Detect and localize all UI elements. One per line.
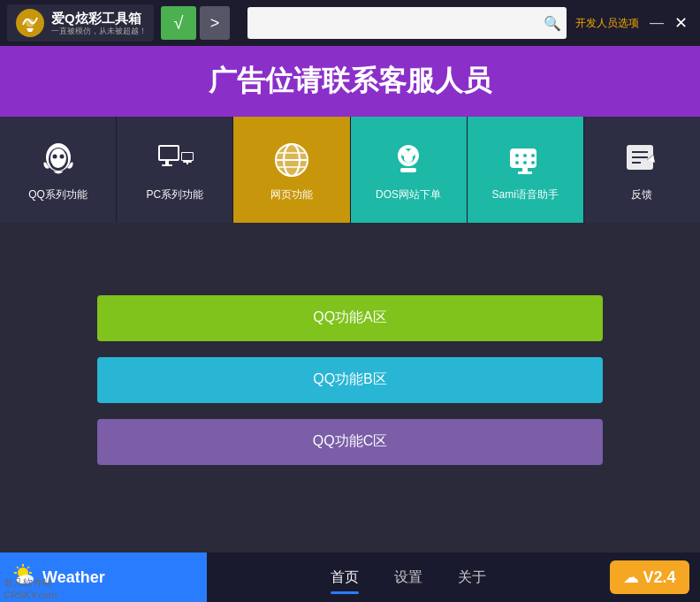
svg-rect-9 <box>165 161 169 164</box>
category-qq[interactable]: QQ系列功能 <box>0 117 117 223</box>
check-button[interactable]: √ <box>161 6 196 40</box>
function-btn-b[interactable]: QQ功能B区 <box>97 357 603 403</box>
version-text: V2.4 <box>643 568 675 587</box>
dev-options-link[interactable]: 开发人员选项 <box>575 16 639 31</box>
svg-point-4 <box>50 149 66 168</box>
arrow-button[interactable]: > <box>200 6 230 40</box>
function-btn-a[interactable]: QQ功能A区 <box>97 295 603 341</box>
category-pc[interactable]: PC系列功能 <box>117 117 233 223</box>
svg-point-6 <box>59 154 64 158</box>
search-icon-button[interactable]: 🔍 <box>544 15 561 32</box>
close-button[interactable]: ✕ <box>669 15 693 31</box>
svg-point-1 <box>26 19 34 27</box>
qq-icon <box>36 138 80 182</box>
sami-icon <box>503 138 547 182</box>
search-wrapper: 🔍 <box>239 7 567 39</box>
nav-tabs: 首页 设置 关于 <box>207 565 610 591</box>
category-web[interactable]: 网页功能 <box>233 117 350 223</box>
ad-text: 广告位请联系客服人员 <box>209 62 491 101</box>
tab-home[interactable]: 首页 <box>331 565 359 591</box>
category-sami[interactable]: Sami语音助手 <box>468 117 584 223</box>
svg-rect-27 <box>510 149 536 168</box>
svg-point-32 <box>523 161 527 164</box>
svg-point-30 <box>531 154 535 157</box>
watermark-line2: CRSKY.com <box>4 590 57 600</box>
tab-settings[interactable]: 设置 <box>394 565 422 591</box>
logo-area: 爱Q炫彩工具箱 一直被模仿，从未被超越！ <box>7 4 154 42</box>
search-input[interactable] <box>247 7 567 39</box>
ad-banner: 广告位请联系客服人员 <box>0 46 700 117</box>
feedback-icon <box>620 138 664 182</box>
pc-icon <box>153 138 197 182</box>
category-feedback[interactable]: 反馈 <box>584 117 700 223</box>
svg-rect-26 <box>400 168 416 172</box>
category-row: QQ系列功能 PC系列功能 <box>0 117 700 223</box>
watermark: 非凡软件站 CRSKY.com <box>4 576 57 600</box>
logo-text: 爱Q炫彩工具箱 一直被模仿，从未被超越！ <box>51 11 147 36</box>
cloud-icon: ☁ <box>623 568 639 587</box>
svg-line-46 <box>27 567 29 568</box>
category-pc-label: PC系列功能 <box>146 187 203 202</box>
svg-rect-14 <box>186 163 188 164</box>
logo-icon <box>14 7 46 39</box>
dos-icon <box>386 138 430 182</box>
svg-point-5 <box>52 154 57 158</box>
watermark-line1: 非凡软件站 <box>4 576 57 590</box>
svg-point-31 <box>515 161 519 164</box>
category-dos[interactable]: DOS网站下单 <box>351 117 468 223</box>
minimize-button[interactable]: — <box>644 16 669 30</box>
category-feedback-label: 反馈 <box>631 187 652 202</box>
logo-subtitle: 一直被模仿，从未被超越！ <box>51 27 147 36</box>
category-sami-label: Sami语音助手 <box>492 187 559 202</box>
category-web-label: 网页功能 <box>270 187 313 202</box>
title-bar: 爱Q炫彩工具箱 一直被模仿，从未被超越！ √ > 🔍 开发人员选项 — ✕ <box>0 0 700 46</box>
svg-point-28 <box>515 154 519 157</box>
function-btn-c[interactable]: QQ功能C区 <box>97 419 603 465</box>
svg-rect-8 <box>160 147 178 159</box>
svg-rect-13 <box>183 161 192 163</box>
svg-point-25 <box>404 154 413 163</box>
svg-rect-35 <box>518 171 532 174</box>
bottom-bar: Weather 首页 设置 关于 ☁ V2.4 <box>0 552 700 602</box>
main-content: QQ功能A区 QQ功能B区 QQ功能C区 <box>0 223 700 552</box>
web-icon <box>270 138 314 182</box>
svg-rect-12 <box>182 153 193 160</box>
svg-point-29 <box>523 154 527 157</box>
category-qq-label: QQ系列功能 <box>28 187 88 202</box>
search-icon: 🔍 <box>544 16 561 31</box>
svg-point-33 <box>531 161 535 164</box>
logo-title: 爱Q炫彩工具箱 <box>51 11 147 27</box>
svg-rect-10 <box>162 164 172 166</box>
svg-line-45 <box>17 567 19 568</box>
tab-about[interactable]: 关于 <box>458 565 486 591</box>
category-dos-label: DOS网站下单 <box>376 187 441 202</box>
version-badge[interactable]: ☁ V2.4 <box>610 560 689 594</box>
